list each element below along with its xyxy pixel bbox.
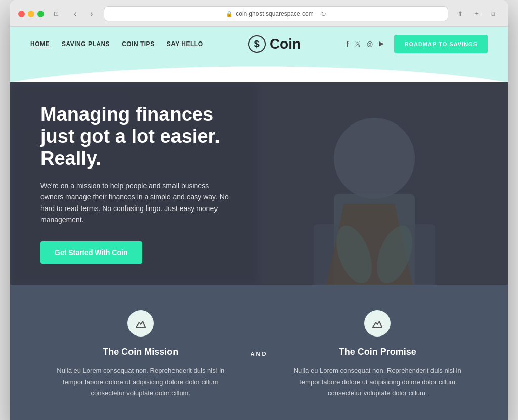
svg-marker-8 [136,321,145,327]
tab-icon: ⊡ [49,7,63,21]
promise-title: The Coin Promise [287,347,467,357]
features-section: The Coin Mission Nulla eu Lorem consequa… [10,285,508,420]
nav-saving-plans[interactable]: SAVING PLANS [62,40,110,48]
twitter-icon[interactable]: 𝕏 [355,39,361,49]
browser-actions: ⬆ + ⧉ [453,7,500,21]
mountain-icon [135,317,147,329]
back-button[interactable]: ‹ [68,7,82,21]
url-text: coin-ghost.squarespace.com [236,10,313,17]
svg-marker-9 [373,321,382,327]
facebook-icon[interactable]: f [346,39,349,49]
address-bar[interactable]: 🔒 coin-ghost.squarespace.com ↻ [104,6,448,21]
site-logo: $ Coin [248,35,301,53]
nav-coin-tips[interactable]: COIN TIPS [122,40,155,48]
browser-window: ⊡ ‹ › 🔒 coin-ghost.squarespace.com ↻ ⬆ +… [10,0,508,420]
promise-icon [364,310,391,337]
new-tab-button[interactable]: + [469,7,484,21]
mission-title: The Coin Mission [51,347,231,357]
header-wave [10,61,508,82]
roadmap-cta-button[interactable]: ROADMAP TO SAVINGS [394,35,488,53]
wave-svg [10,61,508,82]
forward-button[interactable]: › [84,7,99,21]
navigation-controls: ‹ › [68,7,99,21]
hero-section: Managing finances just got a lot easier.… [10,82,508,285]
promise-column: The Coin Promise Nulla eu Lorem consequa… [267,310,488,399]
nav-home[interactable]: HOME [30,40,50,48]
hero-subtitle: We're on a mission to help people and sm… [40,180,233,226]
main-nav: HOME SAVING PLANS COIN TIPS SAY HELLO [30,40,203,48]
website-content: HOME SAVING PLANS COIN TIPS SAY HELLO $ … [10,27,508,420]
instagram-icon[interactable]: ◎ [367,39,373,49]
window-controls [18,11,44,17]
mission-text: Nulla eu Lorem consequat non. Reprehende… [51,365,231,399]
hero-cta-button[interactable]: Get Started With Coin [40,241,142,264]
minimize-button[interactable] [28,11,34,17]
hero-content: Managing finances just got a lot easier.… [10,104,273,264]
lock-icon: 🔒 [226,11,233,17]
mission-icon [127,310,154,337]
mountain-icon-2 [371,317,383,329]
share-button[interactable]: ⬆ [453,7,467,21]
browser-toolbar: ⊡ ‹ › 🔒 coin-ghost.squarespace.com ↻ ⬆ +… [10,0,508,27]
header-right: f 𝕏 ◎ ▶ ROADMAP TO SAVINGS [346,35,488,53]
promise-text: Nulla eu Lorem consequat non. Reprehende… [287,365,467,399]
reload-icon: ↻ [321,10,326,18]
site-header: HOME SAVING PLANS COIN TIPS SAY HELLO $ … [10,27,508,61]
maximize-button[interactable] [37,11,44,17]
mission-column: The Coin Mission Nulla eu Lorem consequa… [30,310,251,399]
close-button[interactable] [18,11,25,17]
youtube-icon[interactable]: ▶ [379,39,384,49]
features-divider: AND [251,310,268,357]
nav-say-hello[interactable]: SAY HELLO [167,40,203,48]
tabs-button[interactable]: ⧉ [486,7,500,21]
logo-icon: $ [248,35,266,53]
hero-title: Managing finances just got a lot easier.… [40,104,243,170]
logo-text: Coin [270,36,301,52]
social-icons: f 𝕏 ◎ ▶ [346,39,384,49]
